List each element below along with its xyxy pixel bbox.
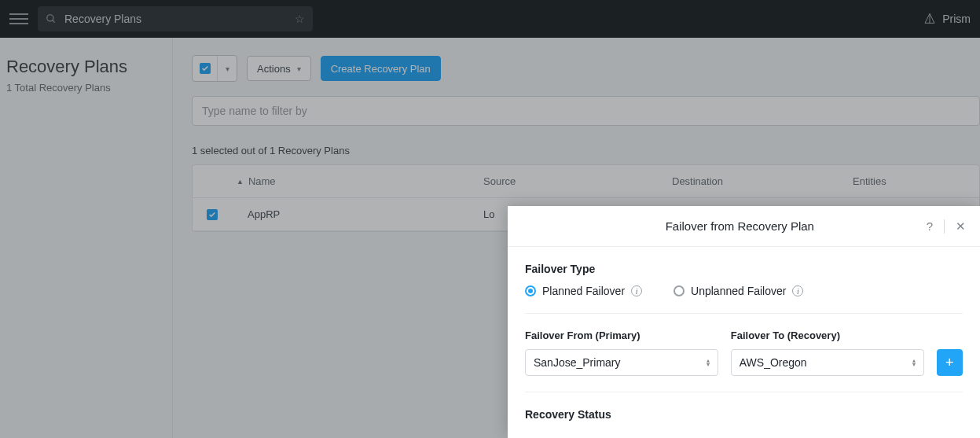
failover-type-label: Failover Type <box>525 263 963 275</box>
select-caret-icon: ▴▾ <box>707 359 710 366</box>
radio-checked-icon <box>525 285 536 296</box>
planned-failover-label: Planned Failover <box>542 285 625 297</box>
failover-to-select[interactable]: AWS_Oregon ▴▾ <box>731 349 924 376</box>
unplanned-failover-label: Unplanned Failover <box>691 285 786 297</box>
failover-from-value: SanJose_Primary <box>534 356 621 369</box>
select-caret-icon: ▴▾ <box>912 359 916 366</box>
add-location-button[interactable]: + <box>937 349 963 376</box>
dialog-title: Failover from Recovery Plan <box>553 219 927 233</box>
divider <box>944 219 945 234</box>
radio-unchecked-icon <box>674 285 685 296</box>
failover-dialog: Failover from Recovery Plan ? ✕ Failover… <box>508 206 980 438</box>
failover-from-label: Failover From (Primary) <box>525 329 718 341</box>
info-icon[interactable]: i <box>792 285 803 296</box>
failover-from-select[interactable]: SanJose_Primary ▴▾ <box>525 349 718 376</box>
failover-to-label: Failover To (Recovery) <box>731 329 924 341</box>
unplanned-failover-radio[interactable]: Unplanned Failover i <box>674 285 803 297</box>
close-icon[interactable]: ✕ <box>956 219 966 234</box>
help-icon[interactable]: ? <box>927 219 933 233</box>
planned-failover-radio[interactable]: Planned Failover i <box>525 285 642 297</box>
info-icon[interactable]: i <box>631 285 642 296</box>
failover-to-value: AWS_Oregon <box>740 356 807 369</box>
recovery-status-label: Recovery Status <box>525 408 963 421</box>
